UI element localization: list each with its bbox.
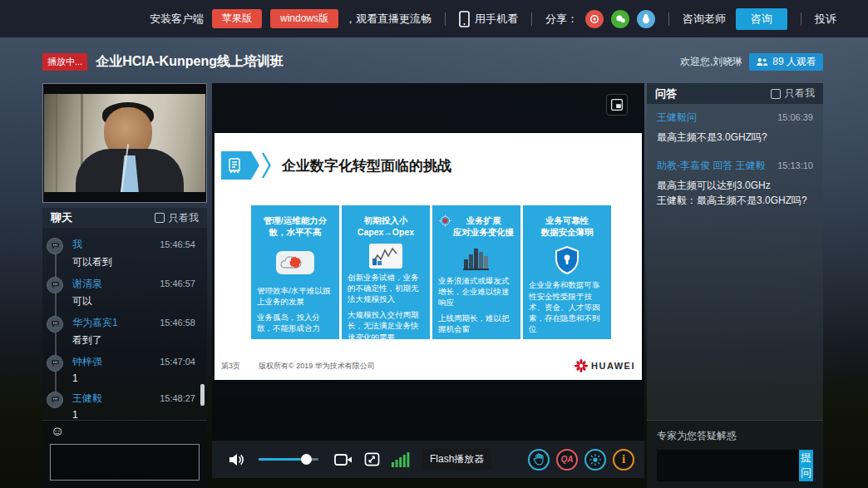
settings-button[interactable] bbox=[584, 449, 606, 471]
qa-header: 问答 只看我 bbox=[647, 83, 823, 104]
chat-input[interactable] bbox=[50, 444, 200, 481]
qa-ask-section: 专家为您答疑解惑 提问 bbox=[647, 420, 823, 488]
qa-prompt: 专家为您答疑解惑 bbox=[657, 429, 813, 443]
divider bbox=[531, 12, 532, 26]
topbar: 安装客户端 苹果版 windows版 ，观看直播更流畅 用手机看 分享： 咨询老… bbox=[0, 0, 868, 37]
qq-icon[interactable] bbox=[637, 10, 655, 28]
huawei-wordmark: HUAWEI bbox=[591, 361, 635, 371]
sender-name: 钟梓强 bbox=[72, 355, 102, 369]
chat-message: 钟梓强15:47:04 1 bbox=[42, 355, 207, 384]
sender-name: 王健毅 bbox=[72, 392, 102, 406]
huawei-logo: HUAWEI bbox=[575, 359, 635, 372]
slide-title-pennant bbox=[221, 151, 259, 180]
qa-text: 最高主频可以达到3.0GHz 王健毅：最高主频不是3.0GHZ吗? bbox=[657, 178, 813, 209]
sun-icon bbox=[589, 454, 601, 466]
message-text: 可以看到 bbox=[72, 255, 195, 269]
watch-on-mobile-label[interactable]: 用手机看 bbox=[475, 12, 518, 27]
emoji-button[interactable]: ☺ bbox=[51, 425, 64, 438]
weibo-icon[interactable] bbox=[585, 10, 604, 28]
timestamp: 15:46:58 bbox=[160, 318, 195, 328]
qa-text: 最高主频不是3.0GHZ吗? bbox=[657, 130, 813, 145]
box-body: 创新业务试错，业务的不确定性，初期无法大规模投入大规模投入交付周期长，无法满足业… bbox=[342, 269, 430, 348]
live-classroom-screen: 安装客户端 苹果版 windows版 ，观看直播更流畅 用手机看 分享： 咨询老… bbox=[0, 0, 868, 488]
slide-footer: 第3页 版权所有© 2019 华为技术有限公司 HUAWEI bbox=[221, 359, 635, 372]
webcam-feed bbox=[44, 94, 205, 192]
box-heading: 初期投入小 Capex→Opex bbox=[358, 215, 414, 238]
speaker-icon[interactable] bbox=[228, 452, 244, 467]
shield-lock-icon bbox=[523, 244, 611, 276]
chat-bubble-avatar-icon bbox=[47, 316, 63, 333]
presentation-player: 企业数字化转型面临的挑战 管理/运维能力分散，水平不高 管理效率/水平难以跟上业… bbox=[212, 83, 644, 478]
box-heading: 业务扩展 应对业务变化慢 bbox=[453, 215, 515, 238]
box-heading: 业务可靠性 数据安全薄弱 bbox=[541, 215, 594, 238]
box-body: 企业业务和数据可靠性安全性受限于技术、资金、人才等因素，存在隐患和不到位 bbox=[523, 276, 611, 339]
apple-version-button[interactable]: 苹果版 bbox=[212, 9, 262, 28]
windows-version-button[interactable]: windows版 bbox=[270, 9, 338, 28]
ask-question-button[interactable]: 提问 bbox=[799, 450, 813, 481]
welcome-text: 欢迎您,刘晓琳 bbox=[680, 55, 742, 69]
cloud-burst-icon bbox=[251, 244, 339, 282]
expand-icon bbox=[610, 98, 624, 111]
chat-only-me-checkbox[interactable] bbox=[155, 213, 165, 223]
viewer-label: 人观看 bbox=[787, 55, 816, 69]
chat-message: 我15:46:54 可以看到 bbox=[42, 238, 207, 269]
swap-screen-button[interactable] bbox=[606, 94, 628, 116]
complaint-button[interactable]: 投诉 bbox=[815, 12, 836, 27]
qa-item: 王健毅问 15:06:39 最高主频不是3.0GHZ吗? bbox=[657, 111, 813, 145]
challenge-box: 业务扩展 应对业务变化慢 业务浪涌式或爆发式增长，企业难以快速响应上线周期长，难… bbox=[432, 205, 520, 339]
chat-message: 王健毅15:48:27 1 bbox=[42, 392, 207, 420]
box-body: 业务浪涌式或爆发式增长，企业难以快速响应上线周期长，难以把握机会窗 bbox=[432, 272, 520, 340]
volume-slider-fill bbox=[259, 458, 307, 461]
timestamp: 15:47:04 bbox=[160, 357, 195, 367]
slide-title: 企业数字化转型面临的挑战 bbox=[282, 156, 451, 175]
challenge-box: 业务可靠性 数据安全薄弱 企业业务和数据可靠性安全性受限于技术、资金、人才等因素… bbox=[523, 205, 611, 339]
room-title: 企业HCIA-Kunpeng线上培训班 bbox=[96, 53, 284, 71]
timestamp: 15:48:27 bbox=[160, 393, 195, 403]
sender-name: 华为嘉宾1 bbox=[72, 316, 118, 330]
copyright-text: 版权所有© 2019 华为技术有限公司 bbox=[259, 361, 375, 372]
sender-name: 我 bbox=[72, 238, 82, 252]
challenge-box: 管理/运维能力分散，水平不高 管理效率/水平难以跟上业务的发展业务孤岛，投入分散… bbox=[251, 205, 339, 339]
chat-panel: 聊天 只看我 我15:46:54 可以看到 谢清泉15:46:57 可以 华为嘉… bbox=[42, 208, 207, 488]
signal-bars-icon bbox=[392, 452, 410, 467]
qa-input[interactable] bbox=[657, 450, 799, 481]
chat-message-list: 我15:46:54 可以看到 谢清泉15:46:57 可以 华为嘉宾115:46… bbox=[42, 228, 207, 420]
qa-panel: 问答 只看我 王健毅问 15:06:39 最高主频不是3.0GHZ吗? 助教-李… bbox=[647, 83, 823, 488]
chat-bubble-avatar-icon bbox=[47, 392, 63, 408]
chat-only-me-label: 只看我 bbox=[169, 211, 199, 225]
divider bbox=[801, 12, 801, 26]
qa-answerer-name: 助教-李嘉俊 回答 王健毅 bbox=[657, 159, 766, 173]
server-growth-icon bbox=[432, 244, 520, 272]
box-heading: 管理/运维能力分散，水平不高 bbox=[256, 215, 334, 238]
qa-button[interactable]: QA bbox=[556, 449, 578, 471]
chat-bubble-avatar-icon bbox=[47, 238, 63, 254]
qa-asker-name: 王健毅问 bbox=[657, 111, 697, 125]
line-chart-icon bbox=[342, 244, 430, 269]
message-text: 1 bbox=[72, 372, 195, 384]
volume-slider-knob[interactable] bbox=[301, 454, 312, 465]
raise-hand-button[interactable] bbox=[528, 449, 550, 471]
message-text: 看到了 bbox=[72, 333, 195, 348]
chat-footer: ☺ bbox=[42, 420, 207, 488]
timestamp: 15:13:10 bbox=[777, 160, 813, 170]
divider bbox=[668, 12, 669, 26]
chat-header: 聊天 只看我 bbox=[42, 208, 207, 228]
chat-scrollbar-thumb[interactable] bbox=[200, 384, 205, 406]
share-label: 分享： bbox=[545, 12, 578, 27]
camera-icon[interactable] bbox=[334, 453, 353, 466]
qa-list: 王健毅问 15:06:39 最高主频不是3.0GHZ吗? 助教-李嘉俊 回答 王… bbox=[647, 104, 823, 229]
viewers-icon bbox=[756, 57, 768, 67]
qa-only-me-checkbox[interactable] bbox=[771, 89, 781, 99]
slide: 企业数字化转型面临的挑战 管理/运维能力分散，水平不高 管理效率/水平难以跟上业… bbox=[215, 133, 642, 380]
chevron-icon bbox=[261, 151, 272, 180]
chat-message: 谢清泉15:46:57 可以 bbox=[42, 277, 207, 308]
document-icon bbox=[228, 158, 241, 174]
info-button[interactable]: i bbox=[613, 449, 634, 471]
flash-player-label: Flash播放器 bbox=[422, 449, 491, 470]
wechat-icon[interactable] bbox=[611, 10, 629, 28]
consult-button[interactable]: 咨询 bbox=[736, 8, 787, 30]
swap-screen-icon[interactable] bbox=[364, 452, 380, 466]
volume-slider[interactable] bbox=[259, 458, 318, 461]
chat-message: 华为嘉宾115:46:58 看到了 bbox=[42, 316, 207, 348]
challenge-box: 初期投入小 Capex→Opex 创新业务试错，业务的不确定性，初期无法大规模投… bbox=[342, 205, 430, 339]
